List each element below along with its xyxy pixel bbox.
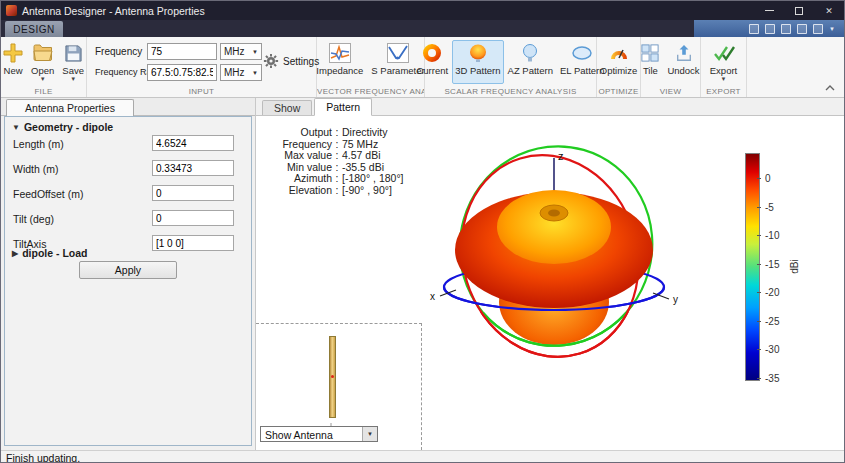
az-pattern-icon bbox=[520, 42, 540, 64]
impedance-icon bbox=[329, 42, 351, 64]
width-input[interactable] bbox=[152, 160, 234, 176]
frequency-unit-value: MHz bbox=[224, 46, 245, 57]
quick-access-icon[interactable] bbox=[797, 24, 807, 34]
save-button[interactable]: Save ▼ bbox=[59, 40, 87, 84]
open-label: Open bbox=[31, 65, 54, 76]
properties-tabstrip: Antenna Properties bbox=[1, 98, 255, 116]
titlebar: Antenna Designer - Antenna Properties ✕ bbox=[1, 1, 844, 20]
undock-label: Undock bbox=[667, 65, 699, 76]
quick-access-icon[interactable] bbox=[765, 24, 775, 34]
colorbar-tick: -25 bbox=[765, 316, 779, 328]
tilt-input[interactable] bbox=[152, 210, 234, 226]
frequency-label: Frequency bbox=[95, 46, 142, 57]
file-section-label: FILE bbox=[1, 87, 86, 96]
tile-button[interactable]: Tile bbox=[638, 40, 662, 84]
quick-access-icon[interactable] bbox=[813, 24, 823, 34]
range-unit-value: MHz bbox=[224, 67, 245, 78]
window-controls: ✕ bbox=[754, 1, 844, 20]
impedance-button[interactable]: Impedance bbox=[313, 40, 366, 84]
ribbon-section-file: New Open ▼ Save ▼ FILE bbox=[1, 37, 87, 97]
export-checkmarks-icon bbox=[713, 42, 735, 64]
open-button[interactable]: Open ▼ bbox=[28, 40, 57, 84]
maximize-button[interactable] bbox=[784, 1, 814, 20]
export-button[interactable]: Export ▼ bbox=[707, 40, 740, 84]
pattern-3d-label: 3D Pattern bbox=[455, 65, 500, 76]
length-input[interactable] bbox=[152, 135, 234, 151]
status-text: Finish updating. bbox=[6, 452, 80, 463]
apply-button[interactable]: Apply bbox=[79, 261, 177, 279]
frequency-input[interactable] bbox=[147, 43, 217, 60]
minimize-ribbon-button[interactable] bbox=[823, 83, 837, 93]
chevron-down-icon: ▼ bbox=[40, 76, 46, 82]
el-pattern-icon bbox=[571, 42, 593, 64]
az-pattern-button[interactable]: AZ Pattern bbox=[505, 40, 556, 84]
quick-access-icon[interactable] bbox=[749, 24, 759, 34]
optimize-section-label: OPTIMIZE bbox=[597, 87, 640, 96]
tile-icon bbox=[641, 42, 659, 64]
colorbar bbox=[745, 153, 760, 381]
tab-pattern[interactable]: Pattern bbox=[314, 98, 372, 116]
quick-access-icon[interactable] bbox=[781, 24, 791, 34]
feedoffset-input[interactable] bbox=[152, 185, 234, 201]
pattern-3d-plot[interactable]: z x y bbox=[416, 144, 696, 429]
expand-triangle-icon: ▶ bbox=[12, 249, 18, 258]
tab-antenna-properties[interactable]: Antenna Properties bbox=[6, 99, 134, 116]
undock-button[interactable]: Undock bbox=[664, 40, 702, 84]
z-axis-label: z bbox=[558, 150, 564, 162]
colorbar-tick: -35 bbox=[765, 373, 779, 385]
maximize-icon bbox=[795, 7, 803, 15]
export-label: Export bbox=[710, 65, 737, 76]
chevron-down-icon[interactable]: ▼ bbox=[829, 26, 835, 32]
export-section-label: EXPORT bbox=[701, 87, 746, 96]
dropdown-arrow-icon: ▼ bbox=[367, 431, 373, 437]
current-button[interactable]: Current bbox=[413, 40, 451, 84]
ribbon-toolbar: New Open ▼ Save ▼ FILE bbox=[1, 37, 844, 98]
pattern-plot-area[interactable]: Output:Directivity Frequency:75 MHz Max … bbox=[256, 116, 845, 432]
info-label: Min value bbox=[270, 161, 332, 173]
tab-design[interactable]: DESIGN bbox=[5, 21, 63, 37]
plot-tabstrip: Show Pattern bbox=[256, 98, 845, 116]
geometry-section-header[interactable]: ▼ Geometry - dipole bbox=[12, 121, 113, 133]
geometry-header-label: Geometry - dipole bbox=[24, 121, 113, 133]
pattern-3d-button[interactable]: 3D Pattern bbox=[452, 40, 503, 84]
close-button[interactable]: ✕ bbox=[814, 1, 844, 20]
chevron-down-icon: ▼ bbox=[721, 76, 727, 82]
show-antenna-dropdown[interactable]: Show Antenna ▼ bbox=[260, 426, 378, 442]
show-antenna-value: Show Antenna bbox=[265, 429, 333, 441]
dropdown-arrow-button[interactable]: ▼ bbox=[362, 427, 377, 441]
info-value: [-180° , 180°] bbox=[342, 172, 404, 184]
optimize-icon bbox=[609, 42, 629, 64]
feedoffset-label: FeedOffset (m) bbox=[13, 188, 83, 200]
tab-show[interactable]: Show bbox=[262, 100, 312, 115]
info-label: Max value bbox=[270, 149, 332, 161]
plot-panel: Show Pattern Output:Directivity Frequenc… bbox=[255, 98, 845, 450]
new-button[interactable]: New bbox=[0, 40, 26, 84]
optimize-button[interactable]: Optimize bbox=[597, 40, 640, 84]
frequency-range-input[interactable] bbox=[147, 64, 217, 81]
ribbon-section-input: Frequency MHz ▼ Frequency Range MHz ▼ Se… bbox=[87, 37, 317, 97]
range-unit-dropdown[interactable]: MHz ▼ bbox=[220, 64, 262, 81]
feed-point-icon bbox=[331, 375, 334, 378]
frequency-unit-dropdown[interactable]: MHz ▼ bbox=[220, 43, 262, 60]
antenna-preview-figure bbox=[329, 336, 336, 418]
ribbon-section-vector-analysis: Impedance S Parameter VECTOR FREQUENCY A… bbox=[317, 37, 425, 97]
pattern-3d-icon bbox=[468, 42, 488, 64]
pattern-info-block: Output:Directivity Frequency:75 MHz Max … bbox=[270, 126, 404, 195]
load-section-header[interactable]: ▶ dipole - Load bbox=[12, 247, 87, 259]
colorbar-tick: 0 bbox=[765, 173, 771, 185]
new-icon bbox=[3, 42, 23, 64]
colorbar-tick: -5 bbox=[765, 202, 774, 214]
ribbon-section-view: Tile Undock VIEW bbox=[641, 37, 701, 97]
chevron-down-icon: ▼ bbox=[70, 76, 76, 82]
info-value: Directivity bbox=[342, 126, 388, 138]
az-pattern-label: AZ Pattern bbox=[508, 65, 553, 76]
info-label: Azimuth bbox=[270, 172, 332, 184]
collapse-triangle-icon: ▼ bbox=[12, 123, 20, 132]
y-axis-label: y bbox=[673, 294, 678, 305]
s-parameter-icon bbox=[387, 42, 409, 64]
current-icon bbox=[422, 42, 442, 64]
ribbon-section-scalar-analysis: Current 3D Pattern AZ Pattern bbox=[425, 37, 597, 97]
minimize-button[interactable] bbox=[754, 1, 784, 20]
tiltaxis-input[interactable] bbox=[152, 235, 234, 251]
info-label: Elevation bbox=[270, 184, 332, 196]
